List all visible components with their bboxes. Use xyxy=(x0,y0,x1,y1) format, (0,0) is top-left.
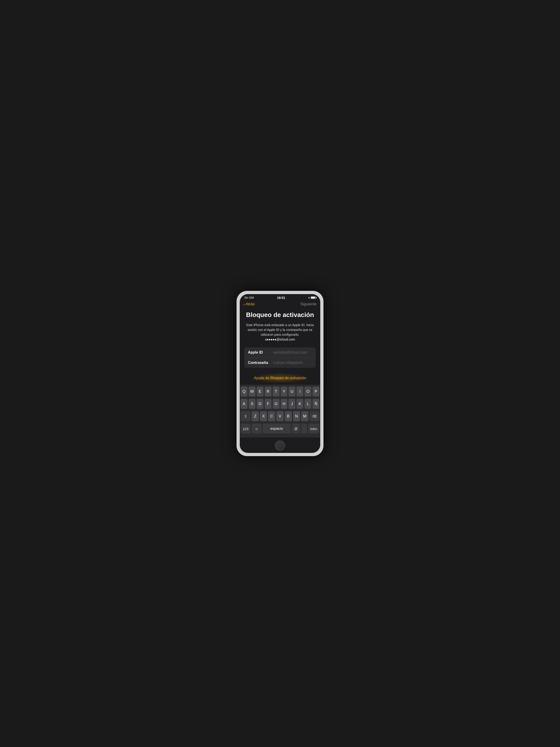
key-i[interactable]: I xyxy=(296,387,303,396)
password-placeholder: Campo obligatorio xyxy=(273,361,312,365)
password-row[interactable]: Contraseña Campo obligatorio xyxy=(244,358,316,368)
emoji-key[interactable]: ☺ xyxy=(251,423,262,434)
delete-icon: ⌫ xyxy=(312,414,317,418)
keyboard-row-3: ⇧ Z X C V B N M ⌫ xyxy=(241,411,319,421)
home-button[interactable] xyxy=(275,441,285,450)
home-button-area xyxy=(240,437,320,453)
key-c[interactable]: C xyxy=(268,411,275,421)
enter-key[interactable]: intro xyxy=(308,423,319,434)
password-label: Contraseña xyxy=(248,361,273,365)
key-p[interactable]: P xyxy=(313,387,319,396)
help-section: Ayuda de Bloqueo de activación xyxy=(244,372,316,385)
key-a[interactable]: A xyxy=(241,399,247,409)
key-g[interactable]: G xyxy=(273,399,279,409)
status-icons: ▾ xyxy=(309,296,316,299)
key-x[interactable]: X xyxy=(260,411,267,421)
key-s[interactable]: S xyxy=(249,399,256,409)
dot-key[interactable]: . xyxy=(301,423,307,434)
shift-icon: ⇧ xyxy=(244,414,247,419)
phone-screen: Sin SIM 18:01 ▾ ‹ Atrás Siguiente xyxy=(240,294,320,453)
page-content: Bloqueo de activación Este iPhone está e… xyxy=(240,309,320,385)
navigation-bar: ‹ Atrás Siguiente xyxy=(240,301,320,309)
numbers-key[interactable]: 123 xyxy=(241,423,250,434)
shift-key[interactable]: ⇧ xyxy=(241,411,250,421)
key-n[interactable]: N xyxy=(293,411,300,421)
keyboard: Q W E R T Y U I O P A S D F G xyxy=(240,385,320,437)
emoji-icon: ☺ xyxy=(255,427,258,431)
phone-frame: Sin SIM 18:01 ▾ ‹ Atrás Siguiente xyxy=(237,291,323,456)
back-button[interactable]: ‹ Atrás xyxy=(243,302,255,306)
key-n-tilde[interactable]: Ñ xyxy=(313,399,319,409)
key-r[interactable]: R xyxy=(265,387,271,396)
chevron-left-icon: ‹ xyxy=(243,302,245,306)
next-button[interactable]: Siguiente xyxy=(300,302,317,306)
help-link[interactable]: Ayuda de Bloqueo de activación xyxy=(254,376,306,380)
key-q[interactable]: Q xyxy=(241,387,247,396)
space-key[interactable]: espacio xyxy=(263,423,291,434)
keyboard-row-2: A S D F G H J K L Ñ xyxy=(241,399,319,409)
key-e[interactable]: E xyxy=(257,387,264,396)
login-form: Apple ID Contraseña Campo obligatorio xyxy=(244,347,316,368)
delete-key[interactable]: ⌫ xyxy=(310,411,319,421)
redacted-email: a●●●●●@icloud.com xyxy=(265,338,295,341)
ios-screen: Sin SIM 18:01 ▾ ‹ Atrás Siguiente xyxy=(240,294,320,453)
at-key[interactable]: @ xyxy=(292,423,300,434)
back-label: Atrás xyxy=(246,302,255,306)
key-f[interactable]: F xyxy=(265,399,271,409)
key-j[interactable]: J xyxy=(289,399,295,409)
key-h[interactable]: H xyxy=(281,399,288,409)
key-y[interactable]: Y xyxy=(281,387,288,396)
keyboard-row-bottom: 123 ☺ espacio @ . intro xyxy=(241,423,319,434)
key-w[interactable]: W xyxy=(249,387,256,396)
key-o[interactable]: O xyxy=(304,387,311,396)
key-z[interactable]: Z xyxy=(251,411,259,421)
apple-id-row[interactable]: Apple ID xyxy=(244,347,316,358)
keyboard-row-1: Q W E R T Y U I O P xyxy=(241,387,319,396)
apple-id-input[interactable] xyxy=(273,351,316,355)
description-text: Este iPhone está enlazado a un Apple ID.… xyxy=(244,323,316,342)
carrier-label: Sin SIM xyxy=(244,296,254,299)
key-l[interactable]: L xyxy=(304,399,311,409)
description-body: Este iPhone está enlazado a un Apple ID.… xyxy=(246,323,314,336)
key-u[interactable]: U xyxy=(289,387,295,396)
key-k[interactable]: K xyxy=(296,399,303,409)
page-title: Bloqueo de activación xyxy=(244,311,316,319)
battery-icon xyxy=(311,297,316,299)
key-t[interactable]: T xyxy=(273,387,279,396)
key-d[interactable]: D xyxy=(257,399,264,409)
time-label: 18:01 xyxy=(277,296,285,300)
key-m[interactable]: M xyxy=(301,411,309,421)
wifi-icon: ▾ xyxy=(309,296,310,299)
apple-id-label: Apple ID xyxy=(248,351,273,355)
battery-fill xyxy=(311,297,315,299)
key-b[interactable]: B xyxy=(285,411,292,421)
status-bar: Sin SIM 18:01 ▾ xyxy=(240,294,320,301)
key-v[interactable]: V xyxy=(276,411,284,421)
